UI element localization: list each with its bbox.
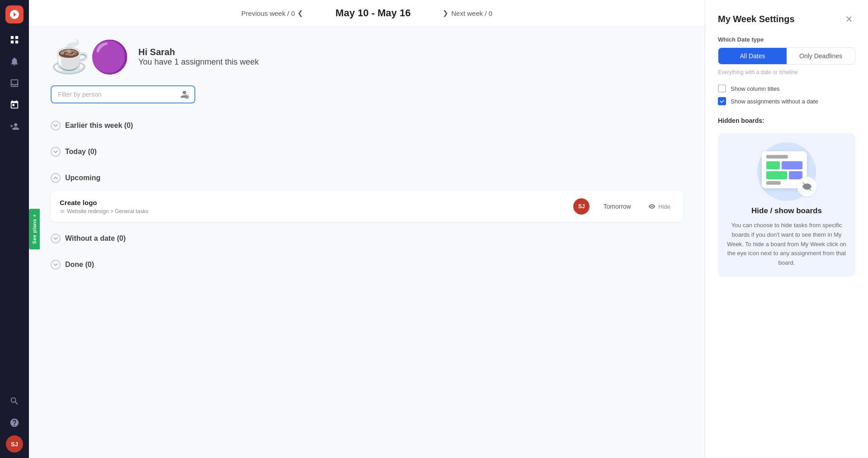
sidebar: SJ See plans + <box>0 0 29 458</box>
show-column-titles-checkbox[interactable] <box>718 84 726 93</box>
sidebar-icon-grid[interactable] <box>5 31 24 49</box>
task-title: Create logo <box>60 199 566 206</box>
show-without-date-row: Show assignments without a date <box>718 97 855 105</box>
hidden-boards-label: Hidden boards: <box>718 117 855 124</box>
date-type-toggle: All Dates Only Deadlines <box>718 47 855 65</box>
section-done-header[interactable]: Done (0) <box>51 255 683 274</box>
sidebar-icon-search[interactable] <box>5 392 24 410</box>
date-type-hint: Everything with a date or timeline <box>718 69 855 75</box>
task-info: Create logo Website redesign > General t… <box>60 199 566 215</box>
see-plans-tab[interactable]: See plans + <box>29 209 40 249</box>
show-without-date-checkbox[interactable] <box>718 97 726 105</box>
show-column-titles-label: Show column titles <box>731 85 779 92</box>
eye-icon-illustration <box>797 177 817 196</box>
boards-illustration: Hide / show boards You can choose to hid… <box>718 133 855 277</box>
task-avatar: SJ <box>573 198 590 215</box>
show-column-titles-row: Show column titles <box>718 84 855 93</box>
all-dates-button[interactable]: All Dates <box>718 48 787 64</box>
content-area: ☕🟣 Hi Sarah You have 1 assignment this w… <box>29 27 705 458</box>
svg-rect-1 <box>15 36 18 39</box>
section-done-title: Done (0) <box>65 261 94 269</box>
task-hide-label: Hide <box>658 203 670 210</box>
week-title: May 10 - May 16 <box>314 7 432 19</box>
settings-title: My Week Settings <box>718 14 795 24</box>
svg-rect-0 <box>11 36 14 39</box>
greeting-name: Hi Sarah <box>138 47 259 57</box>
only-deadlines-button[interactable]: Only Deadlines <box>787 48 855 64</box>
app-logo[interactable] <box>5 5 24 23</box>
next-week-nav[interactable]: ❯ Next week / 0 <box>443 9 492 17</box>
svg-rect-2 <box>11 41 14 43</box>
filter-section <box>51 85 683 103</box>
prev-arrow-icon: ❮ <box>297 9 303 17</box>
section-without-date: Without a date (0) <box>51 229 683 248</box>
sidebar-icon-add-user[interactable] <box>5 117 24 136</box>
settings-close-button[interactable] <box>843 13 855 25</box>
greeting-emoji: ☕🟣 <box>51 41 129 73</box>
section-earlier-header[interactable]: Earlier this week (0) <box>51 116 683 135</box>
sidebar-icon-bell[interactable] <box>5 52 24 70</box>
week-header: Previous week / 0 ❮ May 10 - May 16 ❯ Ne… <box>29 0 705 27</box>
sidebar-icon-calendar[interactable] <box>5 96 24 114</box>
date-type-label: Which Date type <box>718 36 855 43</box>
section-upcoming-toggle[interactable] <box>51 173 61 183</box>
task-hide-button[interactable]: Hide <box>645 201 674 212</box>
filter-person-icon <box>175 90 194 99</box>
section-today: Today (0) <box>51 142 683 161</box>
greeting-text: Hi Sarah You have 1 assignment this week <box>138 47 259 67</box>
task-breadcrumb: Website redesign > General tasks <box>60 208 566 215</box>
prev-week-nav[interactable]: Previous week / 0 ❮ <box>241 9 303 17</box>
boards-desc: You can choose to hide tasks from specif… <box>727 221 846 268</box>
section-upcoming-header[interactable]: Upcoming <box>51 168 683 187</box>
task-breadcrumb-text: Website redesign > General tasks <box>67 208 148 215</box>
greeting-subtitle: You have 1 assignment this week <box>138 57 259 67</box>
next-week-label: Next week / 0 <box>451 9 492 17</box>
filter-input[interactable] <box>52 86 175 103</box>
section-today-header[interactable]: Today (0) <box>51 142 683 161</box>
sidebar-icon-help[interactable] <box>5 414 24 432</box>
section-done-toggle[interactable] <box>51 260 61 270</box>
task-date: Tomorrow <box>597 203 637 210</box>
section-today-title: Today (0) <box>65 148 97 156</box>
section-without-date-toggle[interactable] <box>51 234 61 243</box>
boards-circle-bg <box>757 142 816 201</box>
section-earlier-title: Earlier this week (0) <box>65 122 133 130</box>
prev-week-label: Previous week / 0 <box>241 9 295 17</box>
section-upcoming-title: Upcoming <box>65 174 100 182</box>
section-without-date-header[interactable]: Without a date (0) <box>51 229 683 248</box>
next-arrow-icon: ❯ <box>443 9 448 17</box>
settings-header: My Week Settings <box>718 13 855 25</box>
task-card: Create logo Website redesign > General t… <box>51 191 683 222</box>
settings-panel: My Week Settings Which Date type All Dat… <box>705 0 868 458</box>
section-done: Done (0) <box>51 255 683 274</box>
filter-wrapper <box>51 85 195 103</box>
sidebar-icon-inbox[interactable] <box>5 74 24 92</box>
section-without-date-title: Without a date (0) <box>65 234 126 243</box>
section-earlier: Earlier this week (0) <box>51 116 683 135</box>
show-without-date-label: Show assignments without a date <box>731 98 818 105</box>
boards-title: Hide / show boards <box>751 206 822 215</box>
greeting-section: ☕🟣 Hi Sarah You have 1 assignment this w… <box>51 41 683 73</box>
section-earlier-toggle[interactable] <box>51 121 61 131</box>
svg-rect-3 <box>15 41 18 43</box>
main-content: Previous week / 0 ❮ May 10 - May 16 ❯ Ne… <box>29 0 705 458</box>
section-today-toggle[interactable] <box>51 147 61 157</box>
section-upcoming: Upcoming Create logo Website redesign > … <box>51 168 683 222</box>
user-avatar[interactable]: SJ <box>6 435 23 453</box>
